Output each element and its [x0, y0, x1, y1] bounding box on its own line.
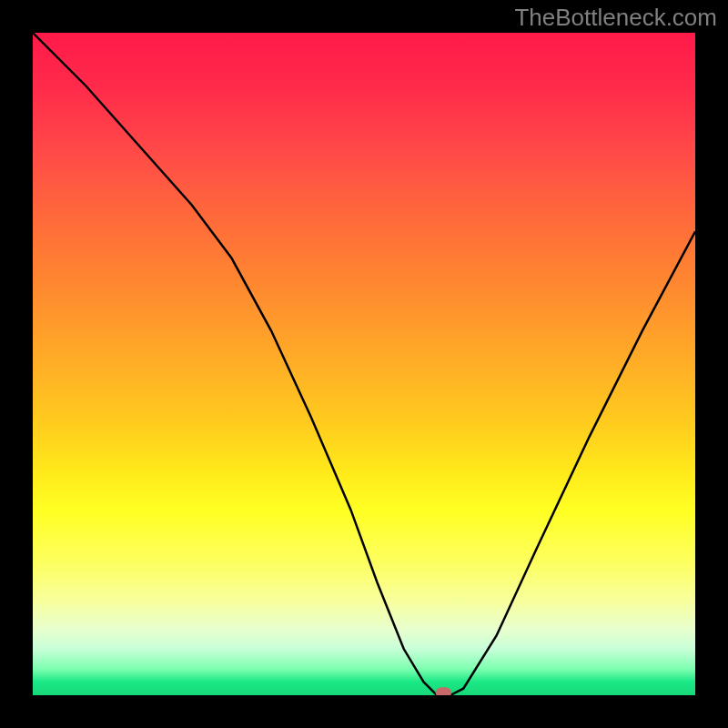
chart-container: TheBottleneck.com: [0, 0, 728, 728]
bottleneck-curve-line: [33, 33, 695, 695]
plot-area: [33, 33, 695, 695]
watermark-text: TheBottleneck.com: [514, 4, 717, 32]
curve-svg: [33, 33, 695, 695]
minimum-marker: [436, 687, 451, 695]
